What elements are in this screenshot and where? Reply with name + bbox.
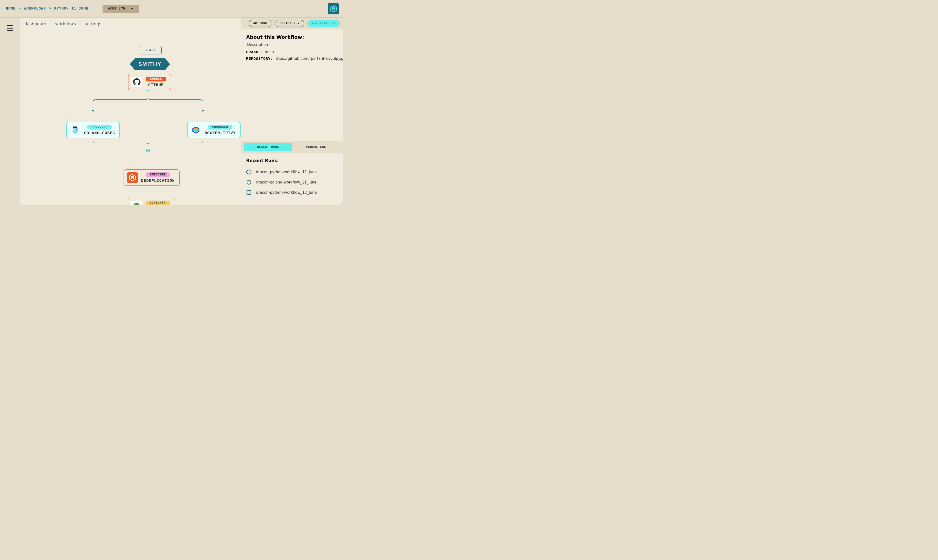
branch-value: main: [265, 50, 274, 54]
branch-label: BRANCH:: [246, 50, 263, 54]
stage-tag: PRODUCER: [208, 125, 233, 129]
run-workflow-button[interactable]: RUN WORKFLOW: [307, 20, 340, 26]
recent-runs-heading: Recent Runs:: [246, 158, 338, 163]
about-heading: About this Workflow:: [246, 34, 338, 40]
svg-rect-17: [73, 127, 77, 128]
smithy-icon: [127, 172, 138, 183]
tabs: dashboard workflows settings: [20, 18, 241, 29]
svg-rect-12: [73, 127, 78, 134]
about-description-label: Description: [246, 43, 338, 47]
breadcrumb-workflows[interactable]: WORKFLOWS: [24, 6, 46, 11]
github-icon: [131, 77, 142, 87]
node-engine: SMITHY: [130, 58, 170, 70]
actions-button[interactable]: ACTIONS: [248, 20, 272, 27]
run-label: dracon-python-workflow_12_June: [256, 190, 317, 195]
run-label: dracon-python-workflow_11_June: [256, 170, 317, 174]
node-start[interactable]: START: [139, 46, 162, 54]
stage-tag: SOURCE: [145, 77, 166, 82]
sub-tab-parameters[interactable]: PARAMETERS: [292, 143, 340, 151]
svg-point-15: [74, 129, 74, 130]
node-producer-gosec[interactable]: PRODUCER GOLANG-GOSEC: [66, 122, 120, 138]
breadcrumb-home[interactable]: HOME: [6, 6, 15, 11]
about-section: About this Workflow: Description BRANCH:…: [241, 29, 343, 141]
hexagon-icon: [246, 169, 251, 175]
workflow-diagram[interactable]: START SMITHY SOURCE GITHUB: [20, 29, 241, 205]
org-picker[interactable]: ACME LTD.: [103, 5, 139, 13]
tab-dashboard[interactable]: dashboard: [20, 18, 51, 29]
tab-settings[interactable]: settings: [80, 18, 106, 29]
smithy-icon: [330, 5, 337, 12]
node-consumer[interactable]: CONSUMER MONGO DB: [128, 198, 175, 205]
breadcrumb-current: PYTHON_11_JUNE: [54, 6, 88, 11]
svg-point-24: [247, 180, 251, 185]
gopher-icon: [70, 125, 80, 135]
custom-run-button[interactable]: CUSTOM RUN: [275, 20, 304, 27]
canvas-column: dashboard workflows settings: [20, 18, 241, 205]
square-icon: [246, 190, 251, 195]
trivy-icon: [190, 125, 201, 135]
right-panel: ACTIONS CUSTOM RUN RUN WORKFLOW About th…: [241, 18, 343, 205]
svg-point-16: [76, 129, 77, 130]
breadcrumb-sep: >: [49, 6, 51, 11]
run-item[interactable]: dracon-python-workflow_11_June: [246, 167, 338, 177]
repo-label: REPOSITORY:: [246, 57, 273, 61]
node-producer-trivy[interactable]: PRODUCER DOCKER-TRIVY: [187, 122, 241, 138]
stage-name: DEDUPLICATION: [141, 178, 175, 183]
svg-rect-25: [247, 191, 251, 195]
stage-tag: PRODUCER: [87, 125, 112, 129]
run-item[interactable]: dracon-golang-workflow_11_June: [246, 177, 338, 188]
breadcrumb: HOME > WORKFLOWS > PYTHON_11_JUNE: [6, 6, 88, 11]
sub-tab-recent-runs[interactable]: RECENT RUNS: [244, 143, 292, 151]
app-logo[interactable]: [328, 3, 339, 14]
body: dashboard workflows settings: [0, 17, 343, 205]
stage-tag: CONSUMER: [145, 201, 170, 205]
action-bar: ACTIONS CUSTOM RUN RUN WORKFLOW: [241, 18, 343, 29]
run-item[interactable]: dracon-python-workflow_12_June: [246, 188, 338, 198]
repo-value: https://github.com/fportantier/vulpy.git: [275, 56, 343, 61]
recent-runs-section: Recent Runs: dracon-python-workflow_11_J…: [241, 154, 343, 205]
stage-name: GOLANG-GOSEC: [84, 131, 115, 135]
circle-icon: [246, 180, 251, 185]
node-source[interactable]: SOURCE GITHUB: [128, 74, 171, 90]
stage-tag: ENRICHER: [145, 172, 170, 177]
org-name: ACME LTD.: [108, 7, 127, 11]
svg-point-7: [147, 149, 150, 152]
breadcrumb-sep: >: [19, 6, 21, 11]
tab-workflows[interactable]: workflows: [51, 18, 80, 29]
run-label: dracon-golang-workflow_11_June: [256, 180, 316, 185]
sidebar-toggle-strip: [0, 18, 20, 205]
stage-name: DOCKER-TRIVY: [205, 131, 236, 135]
sub-tabs: RECENT RUNS PARAMETERS: [241, 141, 343, 154]
stage-name: GITHUB: [148, 83, 164, 87]
mongodb-icon: [131, 201, 142, 205]
node-enricher[interactable]: ENRICHER DEDUPLICATION: [123, 169, 180, 186]
svg-marker-23: [247, 170, 251, 174]
hamburger-icon[interactable]: [7, 25, 13, 31]
chevron-down-icon: [131, 7, 134, 11]
header: HOME > WORKFLOWS > PYTHON_11_JUNE ACME L…: [0, 0, 343, 17]
